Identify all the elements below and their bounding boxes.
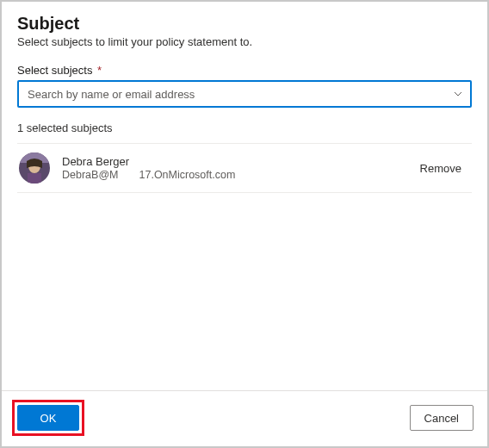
page-title: Subject [17, 14, 472, 34]
search-label: Select subjects * [17, 64, 472, 77]
remove-button[interactable]: Remove [420, 162, 467, 175]
selected-list: Debra Berger DebraB@M 17.OnMicrosoft.com… [17, 143, 472, 193]
item-email-part2: 17.OnMicrosoft.com [139, 169, 236, 181]
item-text: Debra Berger DebraB@M 17.OnMicrosoft.com [62, 155, 420, 181]
ok-highlight: OK [12, 400, 84, 436]
item-email: DebraB@M 17.OnMicrosoft.com [62, 169, 420, 181]
search-input[interactable] [28, 88, 453, 101]
svg-rect-3 [28, 173, 41, 184]
cancel-button[interactable]: Cancel [410, 405, 474, 431]
list-item: Debra Berger DebraB@M 17.OnMicrosoft.com… [17, 144, 472, 193]
selected-count: 1 selected subjects [17, 121, 472, 134]
chevron-down-icon [453, 89, 463, 99]
item-name: Debra Berger [62, 155, 420, 168]
item-email-part1: DebraB@M [62, 169, 119, 181]
dialog-footer: OK Cancel [2, 390, 487, 446]
ok-button[interactable]: OK [17, 405, 79, 431]
avatar [19, 152, 50, 184]
search-label-text: Select subjects [17, 64, 92, 77]
page-subtitle: Select subjects to limit your policy sta… [17, 35, 472, 48]
required-indicator: * [97, 64, 102, 77]
search-combobox[interactable] [17, 80, 472, 108]
dialog-content: Subject Select subjects to limit your po… [2, 2, 487, 390]
